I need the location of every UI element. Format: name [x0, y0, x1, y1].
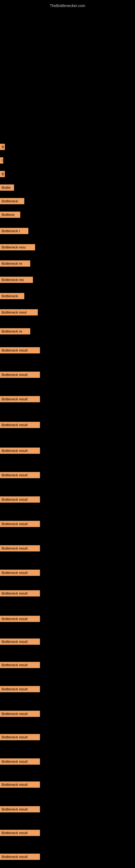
bottleneck-result-item: Bottleneck resul [0, 309, 38, 315]
bottleneck-result-item: Bottleneck result [0, 472, 40, 478]
bottleneck-result-item: Bottle [0, 184, 14, 191]
bottleneck-result-item: Bottleneck result [0, 758, 40, 765]
bottleneck-result-item: Bottleneck result [0, 686, 40, 692]
bottleneck-result-item: Bottleneck result [0, 545, 40, 552]
bottleneck-result-item: Bottleneck [0, 293, 24, 299]
bottleneck-result-item: Bottleneck result [0, 854, 40, 860]
bottleneck-result-item: Bottleneck result [0, 347, 40, 353]
bottleneck-result-item: Bottleneck result [0, 806, 40, 812]
bottleneck-result-item: Bottleneck result [0, 616, 40, 622]
bottleneck-result-item: Bottleneck result [0, 781, 40, 788]
bottleneck-result-item: Bottleneck result [0, 396, 40, 402]
bottleneck-result-item: Bottleneck [0, 198, 24, 204]
bottleneck-result-item: Bottleneck result [0, 734, 40, 740]
bottleneck-result-item: B [0, 144, 5, 150]
bottleneck-result-item: Bottleneck result [0, 447, 40, 454]
bottleneck-result-item: Bottleneck result [0, 496, 40, 503]
bottleneck-result-item: Bottleneck result [0, 639, 40, 645]
bottleneck-result-item: Bottlene [0, 212, 20, 218]
bottleneck-result-item: Bottleneck result [0, 711, 40, 717]
bottleneck-result-item: Bottleneck result [0, 521, 40, 527]
site-title: TheBottlenecker.com [0, 1, 135, 10]
bottleneck-result-item: Bottleneck resu [0, 244, 35, 250]
bottleneck-result-item: Bottleneck result [0, 569, 40, 576]
bottleneck-result-item: Bottleneck re [0, 260, 30, 267]
bottleneck-result-item: Bottleneck result [0, 372, 40, 378]
bottleneck-result-item: I [0, 157, 3, 163]
bottleneck-result-item: Bottleneck result [0, 830, 40, 836]
bottleneck-result-item: Bottleneck res [0, 277, 33, 283]
bottleneck-result-item: Bottleneck result [0, 590, 40, 596]
bottleneck-result-item: Bottleneck result [0, 422, 40, 428]
bottleneck-result-item: Bottleneck re [0, 328, 30, 335]
bottleneck-result-item: Bottleneck result [0, 662, 40, 668]
bottleneck-result-item: Bottleneck r [0, 228, 28, 234]
bottleneck-result-item: B [0, 171, 5, 177]
